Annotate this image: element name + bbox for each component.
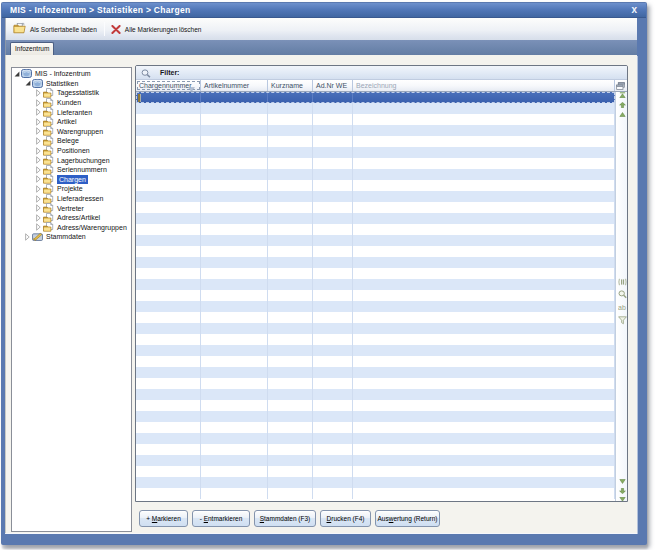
close-button[interactable]: x bbox=[631, 3, 637, 17]
tree-expander-closed-icon[interactable] bbox=[35, 137, 42, 145]
tree-item-kunden[interactable]: Kunden bbox=[12, 98, 131, 108]
grid-row[interactable] bbox=[136, 279, 615, 290]
print-button[interactable]: Drucken (F4) bbox=[320, 510, 371, 527]
tree-expander-closed-icon[interactable] bbox=[35, 214, 42, 222]
mark-button[interactable]: + Markieren bbox=[139, 510, 188, 527]
tree-item-projekte[interactable]: Projekte bbox=[12, 184, 131, 194]
grid-row[interactable] bbox=[136, 466, 615, 477]
tree-expander-open-icon[interactable] bbox=[13, 71, 20, 77]
unmark-button[interactable]: - Entmarkieren bbox=[192, 510, 250, 527]
grid-row[interactable] bbox=[136, 290, 615, 301]
grid-row[interactable] bbox=[136, 367, 615, 378]
grid-row[interactable] bbox=[136, 455, 615, 466]
column-header-chargennummer[interactable]: Chargennummer bbox=[136, 80, 201, 91]
tree-item-adress-artikel[interactable]: Adress/Artikel bbox=[12, 213, 131, 223]
row-up-icon[interactable] bbox=[616, 112, 628, 117]
grid-row[interactable] bbox=[136, 202, 615, 213]
toolbar-button-load-sort-table[interactable]: Als Sortiertabelle laden bbox=[11, 20, 102, 38]
grid-row[interactable] bbox=[136, 488, 615, 499]
grid-row[interactable] bbox=[136, 356, 615, 367]
grid-row[interactable] bbox=[136, 312, 615, 323]
scroll-down-icon[interactable] bbox=[616, 488, 628, 494]
grid-row[interactable] bbox=[136, 411, 615, 422]
scroll-first-icon[interactable] bbox=[616, 92, 628, 98]
grid-row[interactable] bbox=[136, 103, 615, 114]
tree-item-adress-warengruppen[interactable]: Adress/Warengruppen bbox=[12, 223, 131, 233]
grid-row[interactable] bbox=[136, 257, 615, 268]
tree-expander-closed-icon[interactable] bbox=[35, 195, 42, 203]
tree-expander-closed-icon[interactable] bbox=[35, 156, 42, 164]
grid-row[interactable] bbox=[136, 147, 615, 158]
grid-row[interactable] bbox=[136, 334, 615, 345]
grid-row[interactable] bbox=[136, 191, 615, 202]
tree-expander-closed-icon[interactable] bbox=[35, 185, 42, 193]
column-header-kurzname[interactable]: Kurzname bbox=[268, 80, 313, 91]
grid-row[interactable] bbox=[136, 235, 615, 246]
tree-item-stammdaten[interactable]: Stammdaten bbox=[12, 232, 131, 242]
locate-icon[interactable]: ab bbox=[616, 303, 628, 311]
grid-row[interactable] bbox=[136, 268, 615, 279]
title-bar[interactable]: MIS - Infozentrum > Statistiken > Charge… bbox=[2, 3, 646, 18]
tree-item-artikel[interactable]: Artikel bbox=[12, 117, 131, 127]
tab-infozentrum[interactable]: Infozentrum bbox=[10, 42, 54, 55]
grid-row[interactable] bbox=[136, 345, 615, 356]
tree-expander-closed-icon[interactable] bbox=[35, 147, 42, 155]
grid-row[interactable] bbox=[136, 125, 615, 136]
grid-row-selected[interactable] bbox=[136, 92, 615, 103]
search-icon[interactable] bbox=[616, 290, 628, 299]
grid-row[interactable] bbox=[136, 477, 615, 488]
filter-funnel-icon[interactable] bbox=[616, 316, 628, 325]
tree-expander-closed-icon[interactable] bbox=[35, 204, 42, 212]
grid-row[interactable] bbox=[136, 169, 615, 180]
tree-item-lagerbuchungen[interactable]: Lagerbuchungen bbox=[12, 155, 131, 165]
grid-row[interactable] bbox=[136, 444, 615, 455]
masterdata-button[interactable]: Stammdaten (F3) bbox=[254, 510, 316, 527]
tree-item-vertreter[interactable]: Vertreter bbox=[12, 203, 131, 213]
tree-item-tagesstatistik[interactable]: Tagesstatistik bbox=[12, 88, 131, 98]
column-header-artikelnummer[interactable]: Artikelnummer bbox=[201, 80, 268, 91]
tree-expander-open-icon[interactable] bbox=[24, 80, 31, 86]
tree-item-belege[interactable]: Belege bbox=[12, 136, 131, 146]
grid-row[interactable] bbox=[136, 433, 615, 444]
tree-expander-closed-icon[interactable] bbox=[35, 223, 42, 231]
row-down-icon[interactable] bbox=[616, 479, 628, 484]
tree-expander-closed-icon[interactable] bbox=[35, 175, 42, 183]
grid-row[interactable] bbox=[136, 246, 615, 257]
grid-row[interactable] bbox=[136, 378, 615, 389]
tree-expander-closed-icon[interactable] bbox=[35, 89, 42, 97]
tree-item-lieferanten[interactable]: Lieferanten bbox=[12, 107, 131, 117]
grid-row[interactable] bbox=[136, 224, 615, 235]
tree-expander-closed-icon[interactable] bbox=[35, 99, 42, 107]
tree-expander-closed-icon[interactable] bbox=[35, 127, 42, 135]
tree-item-warengruppen[interactable]: Warengruppen bbox=[12, 127, 131, 137]
tree-expander-closed-icon[interactable] bbox=[35, 166, 42, 174]
tree-item-statistiken[interactable]: Statistiken bbox=[12, 79, 131, 89]
toolbar-button-clear-marks[interactable]: Alle Markierungen löschen bbox=[109, 20, 207, 38]
scroll-up-icon[interactable] bbox=[616, 102, 628, 108]
grid-row[interactable] bbox=[136, 422, 615, 433]
tree-expander-closed-icon[interactable] bbox=[24, 233, 31, 241]
grid-row[interactable] bbox=[136, 114, 615, 125]
grid-row[interactable] bbox=[136, 400, 615, 411]
evaluate-button[interactable]: Auswertung (Return) bbox=[375, 510, 440, 527]
tree-item-seriennummern[interactable]: Seriennummern bbox=[12, 165, 131, 175]
grid-row[interactable] bbox=[136, 213, 615, 224]
customize-grid-icon[interactable] bbox=[615, 81, 626, 92]
tree-item-mis-infozentrum[interactable]: MIS - Infozentrum bbox=[12, 69, 131, 79]
grid-row[interactable] bbox=[136, 389, 615, 400]
filter-bar[interactable]: Filter: bbox=[136, 66, 627, 80]
column-header-bezeichnung[interactable]: Bezeichnung bbox=[353, 80, 615, 91]
column-header-ad-nr-we[interactable]: Ad.Nr WE bbox=[313, 80, 353, 91]
grid-row[interactable] bbox=[136, 136, 615, 147]
tree-expander-closed-icon[interactable] bbox=[35, 118, 42, 126]
tree-expander-closed-icon[interactable] bbox=[35, 108, 42, 116]
tree-item-chargen[interactable]: Chargen bbox=[12, 175, 131, 185]
grid-row[interactable] bbox=[136, 323, 615, 334]
tree-item-lieferadressen[interactable]: Lieferadressen bbox=[12, 194, 131, 204]
tree-item-positionen[interactable]: Positionen bbox=[12, 146, 131, 156]
grid-row[interactable] bbox=[136, 180, 615, 191]
grid-row[interactable] bbox=[136, 301, 615, 312]
columns-icon[interactable] bbox=[616, 278, 628, 286]
grid-row[interactable] bbox=[136, 158, 615, 169]
scroll-last-icon[interactable] bbox=[616, 497, 628, 503]
